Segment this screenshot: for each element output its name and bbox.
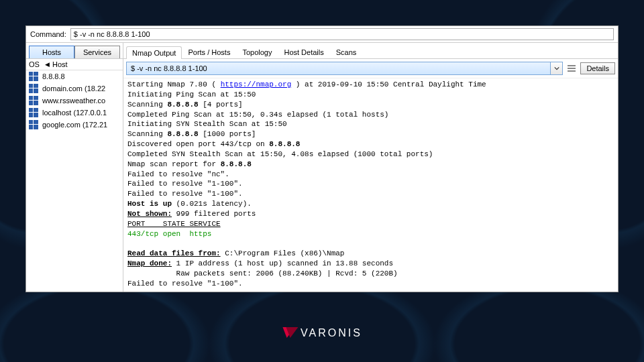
sort-indicator-icon: ◀ bbox=[45, 61, 50, 68]
host-label: localhost (127.0.0.1 bbox=[42, 109, 107, 117]
command-label: Command: bbox=[30, 30, 66, 38]
windows-icon bbox=[29, 108, 38, 117]
host-label: domain.com (18.22 bbox=[42, 84, 105, 93]
nmap-output-text: Starting Nmap 7.80 ( https://nmap.org ) … bbox=[123, 78, 618, 292]
windows-icon bbox=[29, 84, 38, 93]
scan-select-combo[interactable] bbox=[126, 62, 563, 75]
command-bar: Command: bbox=[26, 26, 618, 43]
brand-footer: VARONIS bbox=[0, 327, 644, 339]
windows-icon bbox=[29, 96, 38, 105]
host-item[interactable]: 8.8.8.8 bbox=[26, 70, 123, 82]
host-list: 8.8.8.8 domain.com (18.22 www.rssweather… bbox=[26, 70, 123, 292]
app-window: Command: Hosts Services OS ◀ Host 8.8.8.… bbox=[25, 25, 619, 292]
host-label: google.com (172.21 bbox=[42, 121, 107, 129]
host-list-header: OS ◀ Host bbox=[26, 59, 123, 70]
host-item[interactable]: domain.com (18.22 bbox=[26, 82, 123, 95]
brand-name: VARONIS bbox=[301, 327, 362, 339]
host-item[interactable]: localhost (127.0.0.1 bbox=[26, 107, 123, 119]
output-toolbar: Details bbox=[123, 59, 618, 78]
tab-services[interactable]: Services bbox=[74, 46, 120, 58]
col-os: OS bbox=[29, 60, 42, 68]
tab-nmap-output[interactable]: Nmap Output bbox=[126, 46, 182, 59]
main-pane: Nmap Output Ports / Hosts Topology Host … bbox=[123, 43, 618, 292]
tab-scans[interactable]: Scans bbox=[330, 46, 363, 58]
chevron-down-icon[interactable] bbox=[550, 62, 562, 74]
command-input[interactable] bbox=[70, 28, 614, 40]
col-host: Host bbox=[52, 60, 68, 68]
sidebar-tabs: Hosts Services bbox=[26, 43, 123, 59]
windows-icon bbox=[29, 120, 38, 129]
sidebar: Hosts Services OS ◀ Host 8.8.8.8 domain.… bbox=[26, 43, 123, 292]
tab-ports-hosts[interactable]: Ports / Hosts bbox=[182, 46, 236, 58]
details-button[interactable]: Details bbox=[580, 62, 615, 74]
windows-icon bbox=[29, 72, 38, 81]
host-label: 8.8.8.8 bbox=[42, 72, 65, 80]
scan-select-input[interactable] bbox=[127, 62, 550, 74]
menu-icon[interactable] bbox=[566, 62, 578, 74]
tab-topology[interactable]: Topology bbox=[236, 46, 278, 58]
tab-host-details[interactable]: Host Details bbox=[278, 46, 329, 58]
host-item[interactable]: google.com (172.21 bbox=[26, 119, 123, 131]
main-tabs: Nmap Output Ports / Hosts Topology Host … bbox=[123, 43, 618, 59]
nmap-link[interactable]: https://nmap.org bbox=[221, 80, 292, 88]
host-label: www.rssweather.co bbox=[42, 97, 105, 105]
varonis-logo-icon bbox=[282, 327, 297, 339]
host-item[interactable]: www.rssweather.co bbox=[26, 95, 123, 107]
tab-hosts[interactable]: Hosts bbox=[29, 46, 74, 58]
